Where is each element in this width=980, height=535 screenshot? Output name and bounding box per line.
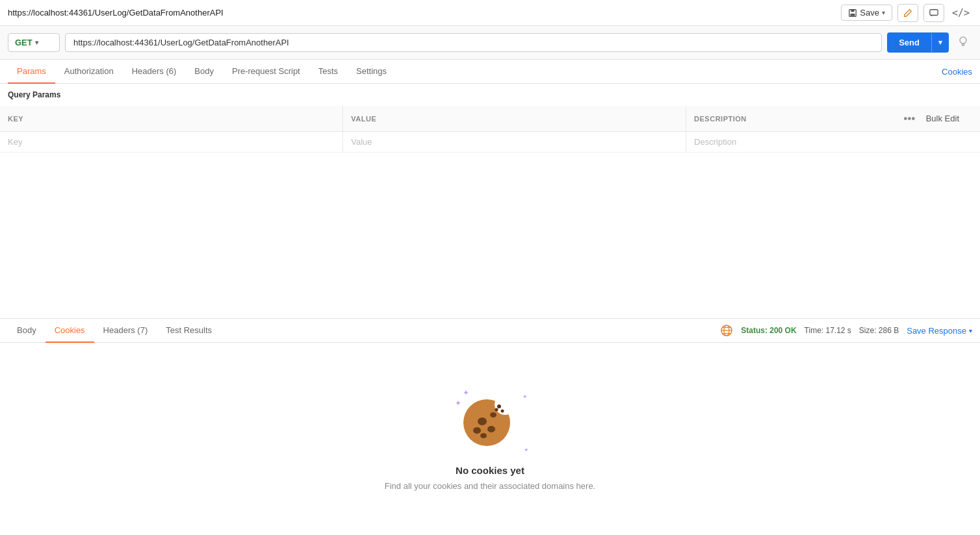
svg-point-14 [473, 427, 481, 434]
tab-headers[interactable]: Headers (6) [123, 60, 186, 84]
top-bar: https://localhost:44361/UserLog/GetDataF… [0, 0, 980, 26]
edit-icon-button[interactable] [897, 4, 918, 22]
value-cell[interactable]: Value [343, 132, 686, 153]
tab-body[interactable]: Body [185, 60, 223, 84]
tab-params[interactable]: Params [8, 60, 55, 84]
cookie-empty-state: ✦ ✦ ✦ ✦ No cookies yet [0, 343, 980, 535]
code-icon-button[interactable]: </> [949, 5, 972, 21]
url-bar: GET ▾ Send ▾ [0, 26, 980, 60]
svg-point-17 [497, 404, 501, 408]
query-params-section: Query Params KEY VALUE DESCRIPTION ••• B… [0, 84, 980, 153]
method-chevron-icon: ▾ [35, 39, 38, 46]
lightbulb-icon [958, 36, 968, 47]
table-actions: ••• Bulk Edit [903, 111, 972, 126]
response-time: Time: 17.12 s [805, 326, 851, 335]
response-tab-headers[interactable]: Headers (7) [94, 319, 157, 343]
bulk-edit-button[interactable]: Bulk Edit [921, 111, 964, 126]
svg-point-4 [960, 37, 966, 44]
response-tabs: Body Cookies Headers (7) Test Results St… [0, 319, 980, 343]
save-button[interactable]: Save ▾ [841, 5, 892, 21]
svg-rect-3 [930, 9, 938, 15]
key-column-header: KEY [0, 106, 343, 132]
response-section: Body Cookies Headers (7) Test Results St… [0, 318, 980, 535]
top-bar-url: https://localhost:44361/UserLog/GetDataF… [8, 8, 224, 18]
sparkle-icon-3: ✦ [522, 393, 528, 400]
no-cookies-title: No cookies yet [456, 465, 524, 476]
svg-point-11 [495, 394, 515, 415]
sparkle-icon-1: ✦ [463, 388, 469, 397]
svg-point-18 [501, 410, 504, 413]
top-bar-actions: Save ▾ </> [841, 4, 972, 22]
response-tab-cookies[interactable]: Cookies [45, 319, 94, 343]
tab-tests[interactable]: Tests [309, 60, 347, 84]
url-input[interactable] [65, 33, 882, 52]
description-column-header: DESCRIPTION ••• Bulk Edit [686, 106, 980, 132]
svg-rect-1 [851, 9, 855, 12]
comment-icon [929, 8, 938, 18]
more-options-icon[interactable]: ••• [903, 113, 915, 125]
table-row: Key Value Description [0, 132, 980, 153]
comment-icon-button[interactable] [923, 4, 944, 22]
cookie-illustration: ✦ ✦ ✦ ✦ [458, 387, 522, 452]
params-table: KEY VALUE DESCRIPTION ••• Bulk Edit [0, 106, 980, 153]
sparkle-icon-4: ✦ [524, 447, 529, 453]
description-cell[interactable]: Description [686, 132, 980, 153]
svg-rect-2 [851, 13, 855, 16]
sparkle-icon-2: ✦ [455, 399, 461, 408]
save-response-button[interactable]: Save Response ▾ [907, 326, 972, 336]
send-button[interactable]: Send ▾ [887, 32, 949, 53]
svg-point-13 [487, 426, 495, 432]
tab-prerequest[interactable]: Pre-request Script [223, 60, 309, 84]
response-tab-body[interactable]: Body [8, 319, 45, 343]
pencil-icon [903, 8, 912, 18]
svg-point-16 [480, 433, 487, 438]
value-column-header: VALUE [343, 106, 686, 132]
svg-point-15 [490, 412, 496, 417]
no-cookies-description: Find all your cookies and their associat… [385, 481, 595, 491]
save-icon [848, 8, 857, 18]
key-cell[interactable]: Key [0, 132, 343, 153]
svg-point-19 [495, 408, 498, 412]
response-tab-testresults[interactable]: Test Results [157, 319, 221, 343]
response-size: Size: 286 B [859, 326, 899, 335]
method-selector[interactable]: GET ▾ [8, 33, 60, 52]
network-icon [720, 324, 733, 337]
lightbulb-button[interactable] [954, 33, 972, 53]
response-status-bar: Status: 200 OK Time: 17.12 s Size: 286 B… [720, 324, 972, 337]
request-tabs: Params Authorization Headers (6) Body Pr… [0, 60, 980, 84]
svg-point-12 [478, 417, 487, 425]
tab-authorization[interactable]: Authorization [55, 60, 123, 84]
cookies-link[interactable]: Cookies [942, 60, 972, 83]
tab-settings[interactable]: Settings [347, 60, 396, 84]
query-params-label: Query Params [0, 84, 980, 106]
status-badge: Status: 200 OK [741, 326, 796, 335]
cookie-icon [458, 390, 516, 449]
